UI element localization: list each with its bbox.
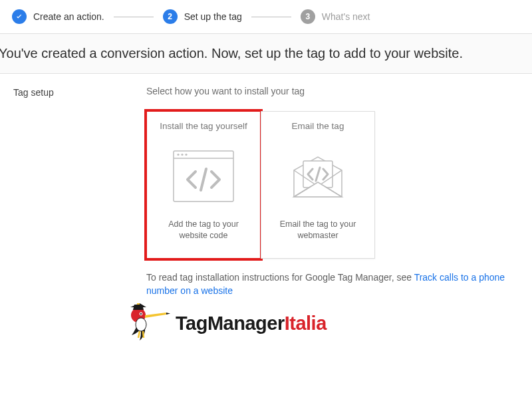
logo-text: TagManagerItalia <box>176 313 327 334</box>
svg-line-22 <box>143 331 144 338</box>
step-3-label: What's next <box>322 11 370 22</box>
page-title: You've created a conversion action. Now,… <box>0 46 532 61</box>
tag-setup-section: Tag setup Select how you want to install… <box>0 74 532 298</box>
svg-point-3 <box>181 154 183 156</box>
section-subtitle: Select how you want to install your tag <box>146 86 519 96</box>
woodpecker-icon <box>126 303 173 344</box>
svg-line-21 <box>138 331 140 338</box>
step-3[interactable]: 3 What's next <box>301 9 370 24</box>
code-window-icon <box>173 143 234 209</box>
step-connector <box>114 17 154 17</box>
step-2[interactable]: 2 Set up the tag <box>163 9 242 24</box>
svg-marker-14 <box>133 305 144 310</box>
instructions-text: To read tag installation instructions fo… <box>146 271 519 298</box>
svg-marker-19 <box>166 313 170 315</box>
step-2-number: 2 <box>168 12 172 21</box>
svg-point-17 <box>140 313 142 314</box>
svg-rect-15 <box>137 303 140 305</box>
step-2-label: Set up the tag <box>184 11 242 22</box>
checkmark-circle-icon <box>12 9 27 24</box>
card-email-title: Email the tag <box>292 121 344 131</box>
card-install-yourself[interactable]: Install the tag yourself <box>146 111 261 259</box>
step-3-number: 3 <box>305 12 310 21</box>
stepper: Create an action. 2 Set up the tag 3 Wha… <box>0 0 532 33</box>
card-email-desc: Email the tag to your webmaster <box>269 219 366 241</box>
step-2-circle: 2 <box>163 9 178 24</box>
step-1[interactable]: Create an action. <box>12 9 104 24</box>
svg-point-2 <box>177 154 179 156</box>
svg-point-4 <box>185 154 187 156</box>
section-label: Tag setup <box>13 86 146 298</box>
instructions-prefix: To read tag installation instructions fo… <box>146 272 414 283</box>
logo-text-black: TagManager <box>176 313 285 334</box>
envelope-code-icon <box>285 143 351 209</box>
card-install-title: Install the tag yourself <box>160 121 247 131</box>
step-connector <box>251 17 291 17</box>
card-install-desc: Add the tag to your website code <box>155 219 252 241</box>
card-install-yourself-wrap: Install the tag yourself <box>146 111 261 259</box>
card-email-tag[interactable]: Email the tag <box>261 111 375 259</box>
svg-marker-18 <box>145 313 166 318</box>
header-banner: You've created a conversion action. Now,… <box>0 33 532 74</box>
step-3-circle: 3 <box>301 9 315 24</box>
card-email-wrap: Email the tag <box>261 111 375 259</box>
tagmanageritalia-logo: TagManagerItalia <box>126 303 532 344</box>
step-1-label: Create an action. <box>33 11 104 22</box>
install-options: Install the tag yourself <box>146 111 519 259</box>
logo-text-red: Italia <box>285 313 327 334</box>
svg-point-20 <box>136 318 146 331</box>
